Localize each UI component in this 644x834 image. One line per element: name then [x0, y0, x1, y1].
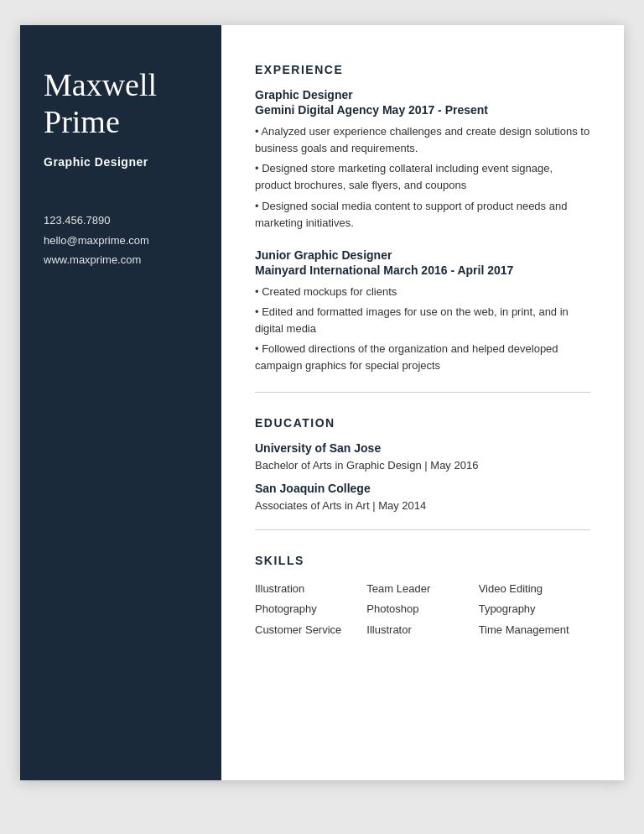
- bullet-1-1: • Analyzed user experience challenges an…: [255, 123, 590, 157]
- school-entry-2: San Joaquin College Associates of Arts i…: [255, 482, 590, 514]
- candidate-title: Graphic Designer: [44, 155, 198, 169]
- skills-divider: [255, 529, 590, 530]
- job-title-2: Junior Graphic Designer: [255, 248, 590, 262]
- education-section-title: EDUCATION: [255, 416, 590, 430]
- bullet-1-2: • Designed store marketing collateral in…: [255, 160, 590, 194]
- skill-3-1: Video Editing: [479, 579, 590, 600]
- school-name-2: San Joaquin College: [255, 482, 590, 495]
- skill-1-3: Customer Service: [255, 620, 366, 641]
- skill-2-2: Photoshop: [366, 599, 478, 620]
- job-entry-2: Junior Graphic Designer Mainyard Interna…: [255, 248, 590, 375]
- school-degree-1: Bachelor of Arts in Graphic Design | May…: [255, 457, 590, 474]
- website: www.maxprime.com: [44, 250, 198, 269]
- bullet-2-2: • Edited and formatted images for use on…: [255, 304, 590, 337]
- main-content: EXPERIENCE Graphic Designer Gemini Digit…: [221, 25, 624, 780]
- contact-info: 123.456.7890 hello@maxprime.com www.maxp…: [44, 211, 198, 269]
- skills-column-3: Video Editing Typography Time Management: [479, 579, 590, 641]
- sidebar: Maxwell Prime Graphic Designer 123.456.7…: [20, 25, 221, 780]
- skill-1-1: Illustration: [255, 579, 366, 600]
- experience-section-title: EXPERIENCE: [255, 63, 590, 76]
- skill-2-1: Team Leader: [366, 579, 478, 600]
- job-bullets-2: • Created mockups for clients • Edited a…: [255, 284, 590, 375]
- skills-grid: Illustration Photography Customer Servic…: [255, 579, 590, 641]
- skills-column-2: Team Leader Photoshop Illustrator: [366, 579, 478, 641]
- phone: 123.456.7890: [44, 211, 198, 230]
- bullet-2-3: • Followed directions of the organizatio…: [255, 341, 590, 374]
- school-entry-1: University of San Jose Bachelor of Arts …: [255, 441, 590, 474]
- resume-container: Maxwell Prime Graphic Designer 123.456.7…: [20, 25, 624, 780]
- job-entry-1: Graphic Designer Gemini Digital Agency M…: [255, 88, 590, 232]
- job-bullets-1: • Analyzed user experience challenges an…: [255, 123, 590, 232]
- job-company-date-2: Mainyard International March 2016 - Apri…: [255, 263, 590, 277]
- candidate-name: Maxwell Prime: [44, 67, 198, 140]
- bullet-1-3: • Designed social media content to suppo…: [255, 198, 590, 232]
- bullet-2-1: • Created mockups for clients: [255, 284, 590, 300]
- school-name-1: University of San Jose: [255, 441, 590, 455]
- skill-1-2: Photography: [255, 599, 366, 620]
- school-degree-2: Associates of Arts in Art | May 2014: [255, 498, 590, 514]
- skill-2-3: Illustrator: [366, 620, 478, 641]
- education-divider: [255, 392, 590, 393]
- skill-3-2: Typography: [479, 599, 590, 620]
- job-title-1: Graphic Designer: [255, 88, 590, 102]
- skills-section-title: SKILLS: [255, 554, 590, 567]
- skills-column-1: Illustration Photography Customer Servic…: [255, 579, 366, 641]
- job-company-date-1: Gemini Digital Agency May 2017 - Present: [255, 103, 590, 117]
- email: hello@maxprime.com: [44, 231, 198, 250]
- skill-3-3: Time Management: [479, 620, 590, 641]
